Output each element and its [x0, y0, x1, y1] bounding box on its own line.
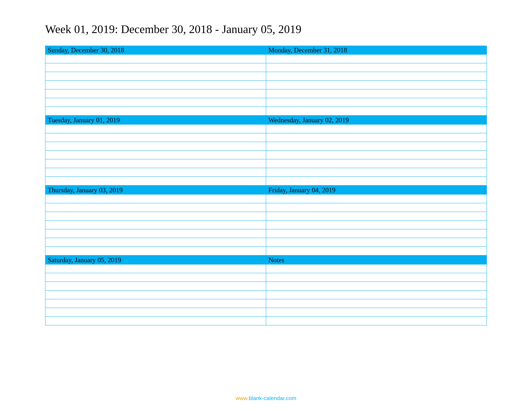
page-title: Week 01, 2019: December 30, 2018 - Janua… — [45, 23, 487, 36]
day-row[interactable] — [266, 264, 487, 273]
day-row[interactable] — [266, 98, 487, 107]
day-row[interactable] — [46, 264, 266, 273]
day-row[interactable] — [266, 273, 487, 282]
day-row[interactable] — [266, 299, 487, 308]
day-block: Sunday, December 30, 2018 — [46, 46, 266, 116]
day-block: Wednesday, January 02, 2019 — [266, 116, 487, 186]
day-row[interactable] — [266, 159, 487, 168]
day-row[interactable] — [266, 195, 487, 203]
day-header: Tuesday, January 01, 2019 — [46, 116, 266, 125]
day-row[interactable] — [266, 133, 487, 142]
day-header: Notes — [266, 255, 487, 264]
day-row[interactable] — [46, 229, 266, 238]
day-row[interactable] — [46, 142, 266, 151]
day-row[interactable] — [46, 221, 266, 229]
day-row[interactable] — [266, 151, 487, 159]
day-row[interactable] — [266, 177, 487, 186]
day-row[interactable] — [46, 159, 266, 168]
day-row[interactable] — [266, 168, 487, 177]
day-row[interactable] — [46, 63, 266, 72]
day-row[interactable] — [46, 168, 266, 177]
day-row[interactable] — [266, 221, 487, 229]
day-row[interactable] — [266, 317, 487, 325]
day-header: Friday, January 04, 2019 — [266, 186, 487, 195]
day-row[interactable] — [266, 125, 487, 133]
day-header: Wednesday, January 02, 2019 — [266, 116, 487, 125]
footer-domain: blank-calendar.com — [249, 395, 296, 401]
day-block: Notes — [266, 255, 487, 325]
day-row[interactable] — [46, 291, 266, 299]
day-row[interactable] — [46, 238, 266, 247]
day-row[interactable] — [46, 308, 266, 317]
day-row[interactable] — [46, 212, 266, 221]
day-row[interactable] — [46, 72, 266, 81]
day-row[interactable] — [46, 151, 266, 159]
day-row[interactable] — [46, 195, 266, 203]
day-row[interactable] — [46, 203, 266, 212]
day-row[interactable] — [266, 63, 487, 72]
day-row[interactable] — [266, 142, 487, 151]
day-row[interactable] — [46, 299, 266, 308]
day-row[interactable] — [266, 107, 487, 116]
day-row[interactable] — [266, 89, 487, 98]
day-block: Saturday, January 05, 2019 — [46, 255, 266, 325]
day-row[interactable] — [266, 247, 487, 255]
day-row[interactable] — [266, 212, 487, 221]
day-row[interactable] — [266, 291, 487, 299]
day-row[interactable] — [266, 81, 487, 89]
day-row[interactable] — [46, 98, 266, 107]
day-row[interactable] — [266, 203, 487, 212]
day-row[interactable] — [266, 282, 487, 291]
day-row[interactable] — [266, 229, 487, 238]
day-header: Thursday, January 03, 2019 — [46, 186, 266, 195]
footer-prefix: www. — [236, 395, 249, 401]
day-row[interactable] — [46, 55, 266, 63]
day-block: Tuesday, January 01, 2019 — [46, 116, 266, 186]
day-header: Sunday, December 30, 2018 — [46, 46, 266, 55]
day-row[interactable] — [266, 308, 487, 317]
day-row[interactable] — [266, 72, 487, 81]
footer-link[interactable]: www.blank-calendar.com — [236, 395, 296, 401]
day-header: Monday, December 31, 2018 — [266, 46, 487, 55]
day-block: Thursday, January 03, 2019 — [46, 186, 266, 255]
day-row[interactable] — [46, 273, 266, 282]
day-block: Friday, January 04, 2019 — [266, 186, 487, 255]
day-row[interactable] — [46, 81, 266, 89]
day-row[interactable] — [266, 55, 487, 63]
day-block: Monday, December 31, 2018 — [266, 46, 487, 116]
day-row[interactable] — [46, 107, 266, 116]
day-row[interactable] — [46, 282, 266, 291]
day-row[interactable] — [46, 177, 266, 186]
day-row[interactable] — [46, 317, 266, 325]
day-row[interactable] — [46, 89, 266, 98]
day-row[interactable] — [46, 125, 266, 133]
day-row[interactable] — [266, 238, 487, 247]
day-header: Saturday, January 05, 2019 — [46, 255, 266, 264]
day-row[interactable] — [46, 133, 266, 142]
day-row[interactable] — [46, 247, 266, 255]
calendar-grid: Sunday, December 30, 2018Monday, Decembe… — [45, 46, 487, 325]
